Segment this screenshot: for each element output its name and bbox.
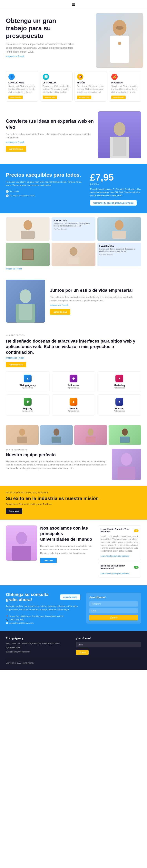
- inversion-icon: 💰: [111, 74, 118, 80]
- gallery-flex-text: Sample text. Click to select text. Click…: [99, 248, 139, 253]
- consult-address: 📍 Nueva York: 4891 Parker Sur, Allentown…: [6, 615, 80, 618]
- elevate-sub: Aplicaciones: [101, 410, 138, 412]
- about-right-image: [112, 448, 141, 480]
- consultante-title: CONSULTANTE: [8, 82, 36, 84]
- uni-image: [6, 525, 37, 561]
- course2-btn[interactable]: Learn how to grow your business: [101, 572, 129, 575]
- projects-btn[interactable]: aprende más: [6, 362, 26, 367]
- svg-rect-10: [112, 231, 126, 239]
- gallery-marketing-text: Sample text. Click to select text. Click…: [53, 222, 93, 227]
- gallery-marketing-by: Por Paul Burman.: [53, 228, 93, 230]
- projects-label: Imagenes de Freepik: [6, 357, 141, 359]
- location-icon: 📍: [6, 615, 8, 618]
- pricing-btn[interactable]: Comience tu prueba gratuita de 30 días: [90, 200, 137, 206]
- uni-btn[interactable]: Leer más: [40, 558, 57, 563]
- footer-email-input[interactable]: [76, 642, 141, 647]
- svg-point-2: [116, 26, 123, 30]
- projects-grid: ▲ Rising Agency Aplicaciones ◆ Influence…: [6, 371, 141, 415]
- about-photo-2: [40, 425, 73, 445]
- svg-point-7: [24, 220, 32, 230]
- about-title: Nuestro equipo perfecto: [6, 453, 108, 458]
- svg-point-4: [114, 122, 125, 136]
- lifestyle-label: Imagenes de Freepik: [50, 304, 141, 306]
- course2-badge: ★: [134, 566, 139, 569]
- gallery-flex-title: FLEXIBILIDAD: [99, 245, 139, 247]
- consult-free-btn[interactable]: consulta gratis: [60, 594, 80, 600]
- elevate-icon: ●: [116, 398, 123, 406]
- projects-tag: MIS PROYECTOS: [6, 334, 141, 337]
- gallery-flex-by: Por Paul Burman.: [99, 253, 139, 255]
- pricing-section: Precios asequibles para todos. Perasuke …: [0, 164, 147, 213]
- consult-right: ¡Inscríbeme! ¡Únete!: [86, 593, 141, 624]
- project-promote: ▲ Promote Aplicaciones: [52, 395, 95, 415]
- card-mision: 🎯 MISIÓN Sample text. Click to select th…: [74, 71, 107, 102]
- digitally-icon: ◆: [24, 398, 31, 406]
- rising-name: Rising Agency: [9, 384, 46, 387]
- promote-icon: ▲: [70, 398, 77, 406]
- lifestyle-btn[interactable]: aprende más: [50, 309, 70, 315]
- uni-text: Duis aute irure dolor in reprehenderit i…: [40, 545, 93, 555]
- footer-newsletter: ¡Inscríbeme! ¡Únete!: [76, 637, 141, 655]
- gallery-marketing-title: MARKETING: [53, 219, 93, 222]
- svg-point-15: [20, 289, 31, 303]
- svg-rect-23: [85, 437, 95, 443]
- footer-bottom: Copyright © 2023 Rising Agency: [6, 659, 141, 664]
- rising-sub: Aplicaciones: [9, 387, 46, 389]
- lifestyle-text: Duis aute irure dolor in reprehenderit i…: [50, 296, 141, 302]
- lifestyle-content: Juntos por un estilo de vida empresarial…: [50, 288, 141, 315]
- svg-rect-19: [17, 437, 27, 443]
- mision-icon: 🎯: [77, 74, 83, 80]
- course1-btn[interactable]: Learn how to grow your business: [101, 555, 129, 557]
- inversion-text: Sample text. Click to select the text bo…: [111, 85, 139, 94]
- convert-content: Convierte tus ideas en experias web en v…: [6, 118, 94, 152]
- gallery-item-5: [52, 243, 95, 266]
- mision-btn[interactable]: aprende más: [77, 96, 91, 99]
- consultante-btn[interactable]: aprende más: [8, 96, 23, 99]
- consult-left: Obtenga su consulta gratis ahora! consul…: [6, 592, 80, 624]
- estrategia-text: Sample text. Click to select the text bo…: [43, 85, 70, 94]
- svg-rect-8: [21, 231, 35, 239]
- project-marketing: ● Marketing Aplicaciones: [98, 371, 141, 392]
- course1-title: Learn How to Optimize Your Business: [101, 528, 134, 533]
- svg-point-13: [70, 247, 77, 256]
- consult-title: Obtenga su consulta gratis ahora!: [6, 592, 58, 602]
- lifestyle-title: Juntos por un estilo de vida empresarial: [50, 288, 141, 293]
- digitally-name: Digitally: [9, 407, 46, 410]
- svg-rect-29: [12, 546, 31, 561]
- mission-tag: AGREGUE MÁS VELOCIDAD A SU SITIO WEB: [6, 492, 141, 494]
- mission-btn[interactable]: Leer más: [6, 508, 22, 514]
- mission-section: AGREGUE MÁS VELOCIDAD A SU SITIO WEB Su …: [0, 486, 147, 520]
- svg-point-26: [121, 453, 132, 466]
- gallery-label: Imagen de Freepik: [6, 268, 141, 270]
- svg-rect-6: [113, 137, 126, 156]
- form-subscribe-btn[interactable]: ¡Únete!: [89, 615, 138, 620]
- consult-text: Además y padrón, que estamos de estrés y…: [6, 604, 80, 612]
- hero-section: Obtenga un gran trabajo para su presupue…: [0, 9, 147, 67]
- estrategia-btn[interactable]: aprende más: [43, 96, 57, 99]
- hero-image-label: Imagenes de Freepik: [6, 55, 76, 57]
- footer-newsletter-title: ¡Inscríbeme!: [76, 637, 141, 640]
- footer-grid: Rising Agency Nueva York: 4891 Parker Su…: [6, 637, 141, 655]
- svg-point-9: [115, 220, 123, 230]
- pricing-title: Precios asequibles para todos.: [6, 172, 84, 178]
- consultante-text: Sample text. Click to select the text bo…: [8, 85, 36, 94]
- footer: Rising Agency Nueva York: 4891 Parker Su…: [0, 631, 147, 670]
- form-name-input[interactable]: [89, 601, 138, 607]
- pricing-tag2: No requiere tarjeta de crédito: [6, 194, 84, 197]
- footer-info: Rising Agency Nueva York: 4891 Parker Su…: [6, 637, 71, 655]
- consultation-section: Obtenga su consulta gratis ahora! consul…: [0, 585, 147, 631]
- convert-label: Imagenes de Freepik: [6, 141, 94, 143]
- inversion-btn[interactable]: aprende más: [111, 96, 126, 99]
- footer-subscribe-btn[interactable]: ¡Únete!: [76, 650, 89, 655]
- influence-icon: ◆: [70, 375, 77, 382]
- convert-btn[interactable]: aprende más: [6, 146, 26, 152]
- project-digitally: ◆ Digitally Aplicaciones: [6, 395, 49, 415]
- about-section: SOBRE NOSOTROS Nuestro equipo perfecto E…: [0, 421, 147, 486]
- estrategia-title: ESTRATEGIA: [43, 82, 70, 84]
- course-card-1: Learn How to Optimize Your Business ★ In…: [98, 525, 141, 560]
- svg-rect-12: [23, 250, 33, 259]
- hero-person-image: [96, 13, 143, 68]
- form-email-input[interactable]: [89, 608, 138, 613]
- hamburger-icon[interactable]: ☰: [72, 2, 75, 7]
- price-display: £7,95: [90, 172, 141, 183]
